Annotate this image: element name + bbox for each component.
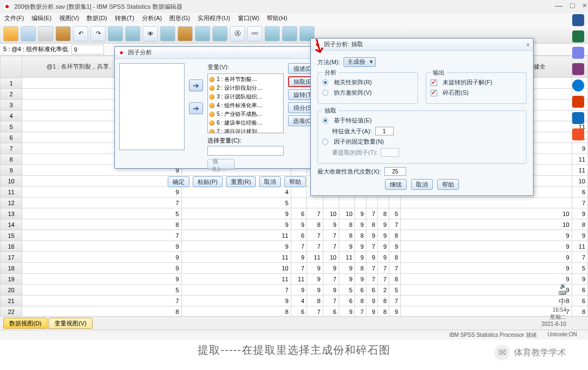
data-cell[interactable]: 9 bbox=[378, 219, 389, 230]
data-cell[interactable]: 7 bbox=[307, 208, 323, 219]
redo-icon[interactable]: ↷ bbox=[90, 26, 106, 41]
data-cell[interactable]: 9 bbox=[378, 230, 389, 241]
move-right-button[interactable]: ➔ bbox=[189, 79, 203, 91]
row-header[interactable]: 9 bbox=[1, 165, 22, 176]
onenote-icon[interactable] bbox=[572, 63, 584, 75]
tab-variable-view[interactable]: 变量视图(V) bbox=[48, 318, 93, 329]
menu-item[interactable]: 视图(V) bbox=[59, 14, 79, 23]
data-cell[interactable]: 9 bbox=[181, 295, 291, 306]
row-header[interactable]: 11 bbox=[1, 187, 22, 198]
save-icon[interactable] bbox=[21, 26, 36, 41]
target-var-list[interactable]: 1 : 各环节割裂…2 : 设计阶段划分…3 : 设计团队组织…4 : 组件标准… bbox=[207, 73, 284, 133]
tab-data-view[interactable]: 数据视图(D) bbox=[3, 318, 47, 329]
data-cell[interactable]: 5 bbox=[389, 285, 401, 295]
data-cell[interactable]: 7 bbox=[366, 274, 378, 285]
chart2-icon[interactable] bbox=[282, 26, 297, 41]
data-cell[interactable]: 8 bbox=[181, 306, 291, 317]
word-icon[interactable] bbox=[572, 14, 584, 26]
menu-item[interactable]: 文件(F) bbox=[4, 14, 24, 23]
row-header[interactable]: 2 bbox=[1, 89, 22, 100]
data-cell[interactable]: 6 bbox=[572, 285, 587, 295]
weight-icon[interactable] bbox=[195, 26, 210, 41]
value-button[interactable]: 值(L)… bbox=[207, 159, 235, 170]
data-cell[interactable]: 10 bbox=[401, 208, 572, 219]
data-cell[interactable]: 9 bbox=[181, 208, 291, 219]
data-cell[interactable]: 9 bbox=[378, 241, 389, 252]
row-header[interactable]: 16 bbox=[1, 241, 22, 252]
move-right-button-2[interactable]: ➔ bbox=[189, 102, 203, 114]
data-cell[interactable]: 7 bbox=[22, 198, 182, 208]
close-icon[interactable]: × bbox=[526, 41, 530, 48]
data-cell[interactable]: 9 bbox=[291, 252, 307, 263]
data-cell[interactable]: 8 bbox=[572, 219, 587, 230]
row-header[interactable]: 14 bbox=[1, 219, 22, 230]
row-header[interactable]: 20 bbox=[1, 285, 22, 295]
menu-item[interactable]: 数据(D) bbox=[87, 14, 107, 23]
data-cell[interactable]: 9 bbox=[22, 241, 182, 252]
row-header[interactable]: 12 bbox=[1, 198, 22, 208]
data-cell[interactable]: 9 bbox=[307, 285, 323, 295]
data-cell[interactable]: 8 bbox=[366, 219, 378, 230]
data-cell[interactable]: 7 bbox=[291, 263, 307, 274]
data-cell[interactable]: 5 bbox=[389, 208, 401, 219]
find-icon[interactable]: 👁 bbox=[143, 26, 158, 41]
data-cell[interactable]: 9 bbox=[378, 252, 389, 263]
row-header[interactable]: 15 bbox=[1, 230, 22, 241]
data-cell[interactable]: 7 bbox=[378, 274, 389, 285]
data-cell[interactable]: 6 bbox=[339, 295, 354, 306]
edge-icon[interactable] bbox=[572, 79, 584, 91]
variable-item[interactable]: 7 : 项目设计规划… bbox=[209, 127, 282, 133]
data-cell[interactable]: 8 bbox=[389, 230, 401, 241]
vars-icon[interactable] bbox=[125, 26, 140, 41]
data-cell[interactable]: 9 bbox=[355, 208, 366, 219]
binoc-icon[interactable]: 👓 bbox=[247, 26, 262, 41]
data-cell[interactable]: 8 bbox=[572, 306, 587, 317]
data-cell[interactable]: 7 bbox=[355, 306, 366, 317]
data-cell[interactable]: 9 bbox=[572, 143, 587, 154]
cancel-button[interactable]: 取消 bbox=[411, 179, 433, 190]
data-cell[interactable]: 9 bbox=[307, 263, 323, 274]
data-cell[interactable]: 8 bbox=[389, 274, 401, 285]
data-cell[interactable]: 7 bbox=[389, 263, 401, 274]
eigen-radio[interactable] bbox=[322, 118, 328, 124]
data-cell[interactable]: 7 bbox=[389, 219, 401, 230]
excel-icon[interactable] bbox=[572, 30, 584, 42]
data-cell[interactable]: 7 bbox=[307, 230, 323, 241]
data-cell[interactable]: 7 bbox=[307, 306, 323, 317]
data-cell[interactable]: 9 bbox=[323, 285, 339, 295]
corr-radio[interactable] bbox=[322, 79, 328, 85]
print-icon[interactable] bbox=[38, 26, 53, 41]
variable-item[interactable]: 5 : 产业链不成熟… bbox=[209, 110, 282, 119]
data-cell[interactable] bbox=[323, 198, 339, 208]
data-cell[interactable]: 11 bbox=[181, 230, 291, 241]
app-icon[interactable] bbox=[572, 112, 584, 124]
dialog-titlebar[interactable]: 因子分析: 抽取 × bbox=[311, 39, 533, 51]
data-cell[interactable]: 6 bbox=[355, 285, 366, 295]
method-combo[interactable]: 主成份 bbox=[344, 57, 376, 67]
menu-item[interactable]: 编辑(E) bbox=[32, 14, 52, 23]
data-cell[interactable] bbox=[291, 198, 307, 208]
menu-item[interactable]: 帮助(H) bbox=[267, 14, 287, 23]
data-cell[interactable]: 9 bbox=[323, 263, 339, 274]
row-header[interactable]: 8 bbox=[1, 154, 22, 165]
data-cell[interactable]: 7 bbox=[291, 241, 307, 252]
value-labels-icon[interactable]: Ⓐ bbox=[230, 26, 245, 41]
help-button[interactable]: 帮助 bbox=[284, 176, 306, 187]
data-cell[interactable]: 9 bbox=[291, 219, 307, 230]
data-cell[interactable]: 9 bbox=[355, 252, 366, 263]
cell-value-input[interactable] bbox=[71, 45, 104, 54]
row-header[interactable]: 13 bbox=[1, 208, 22, 219]
data-cell[interactable]: 8 bbox=[355, 295, 366, 306]
compute-icon[interactable] bbox=[160, 26, 175, 41]
row-header[interactable]: 4 bbox=[1, 110, 22, 121]
data-cell[interactable]: 10 bbox=[181, 263, 291, 274]
source-var-list[interactable] bbox=[119, 63, 185, 150]
data-cell[interactable]: 9 bbox=[22, 274, 182, 285]
sp-icon[interactable] bbox=[572, 96, 584, 108]
data-cell[interactable]: 9 bbox=[366, 306, 378, 317]
data-cell[interactable]: 8 bbox=[22, 306, 182, 317]
data-cell[interactable]: 8 bbox=[389, 252, 401, 263]
data-cell[interactable]: 9 bbox=[22, 263, 182, 274]
data-cell[interactable]: 2 bbox=[378, 285, 389, 295]
data-cell[interactable]: 9 bbox=[401, 230, 572, 241]
